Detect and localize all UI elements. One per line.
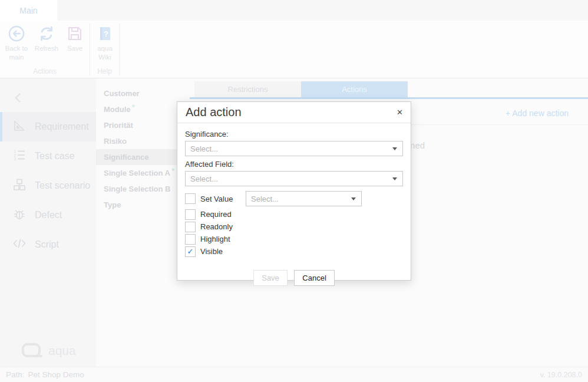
code-icon [12,236,27,253]
field-item-risiko[interactable]: Risiko [96,133,189,149]
sidebar-item-label: Defect [35,210,62,220]
sidebar-item-label: Requirement [35,121,89,132]
ribbon-group-help-label: Help [90,67,120,75]
wiki-book-icon: ? [91,25,119,42]
field-item-significance[interactable]: Significance [96,149,189,165]
field-label: Priorität [104,121,133,130]
bug-icon [12,206,27,224]
cancel-button[interactable]: Cancel [294,270,334,286]
refresh-label: Refresh [35,45,58,52]
visible-row: Visible [185,245,403,258]
required-star: * [132,103,135,112]
refresh-icon [32,25,61,42]
app-window: { "window": { "main_tab": "Main" }, "rib… [0,0,588,382]
field-label: Module [104,105,131,114]
refresh-button[interactable]: Refresh [32,25,61,53]
aqua-wiki-label: aqua Wiki [97,45,113,61]
dialog-buttons: Save Cancel [185,270,403,286]
path-label: Path: [6,370,25,379]
ribbon-tab-main[interactable]: Main [0,0,57,21]
field-label: Risiko [104,137,127,146]
affected-field-select-value: Select... [190,174,218,183]
set-value-select[interactable]: Select... [246,191,362,206]
back-to-main-button[interactable]: Back to main [2,25,31,62]
add-action-dialog: Add action ✕ Significance: Select... Aff… [177,101,411,281]
highlight-label[interactable]: Highlight [200,235,230,243]
tab-restrictions[interactable]: Restrictions [194,81,301,97]
close-icon[interactable]: ✕ [397,102,403,123]
field-item-single-selection-a[interactable]: Single Selection A* [96,165,189,181]
svg-text:?: ? [104,29,108,38]
field-label: Single Selection A [104,169,170,177]
significance-select[interactable]: Select... [185,141,403,156]
required-star: * [171,166,174,176]
dropdown-caret-icon [351,197,356,200]
set-value-checkbox[interactable] [185,193,196,204]
visible-label[interactable]: Visible [200,247,223,256]
titlebar: Main [0,0,588,21]
significance-select-value: Select... [190,144,218,153]
save-button[interactable]: Save [253,270,288,286]
highlight-row: Highlight [185,233,403,245]
sidebar-item-defect[interactable]: Defect [0,200,96,230]
numbered-list-icon: 123 [12,147,27,165]
visible-checkbox[interactable] [185,246,196,257]
required-checkbox[interactable] [185,209,196,220]
dialog-header: Add action ✕ [177,102,411,123]
back-to-main-label: Back to main [5,45,28,61]
affected-field-label: Affected Field: [185,160,403,169]
sidebar-item-label: Test scenario [35,180,90,191]
version-label: v. 19.0.208.0 [540,371,582,379]
blocks-icon [12,177,27,195]
dialog-title: Add action [186,102,242,123]
readonly-label[interactable]: Readonly [200,222,233,231]
tab-actions[interactable]: Actions [301,81,408,97]
set-value-select-value: Select... [251,195,279,203]
significance-label: Significance: [185,130,403,139]
dialog-body: Significance: Select... Affected Field: … [177,123,411,286]
required-label[interactable]: Required [200,210,232,219]
field-item-customer[interactable]: Customer [96,85,189,101]
readonly-checkbox[interactable] [185,222,196,232]
dropdown-caret-icon [392,177,397,180]
ribbon: Back to main Refresh Save ? aqua Wiki Ac… [0,21,588,78]
path-value: Pet Shop Demo [28,370,84,379]
status-bar: Path: Pet Shop Demo v. 19.0.208.0 [0,367,588,382]
field-item-module[interactable]: Module* [96,101,189,117]
required-row: Required [185,208,403,220]
svg-text:3: 3 [14,157,16,161]
field-label: Customer [104,89,140,98]
back-arrow-icon [2,25,31,42]
aqua-wiki-button[interactable]: ? aqua Wiki [91,25,119,62]
sidebar-nav: Requirement 123 Test case Test scenario … [0,112,96,259]
tab-underline [190,97,588,99]
field-item-prioritaet[interactable]: Priorität [96,117,189,133]
readonly-row: Readonly [185,220,403,233]
highlight-checkbox[interactable] [185,234,196,245]
field-label: Single Selection B [104,185,170,193]
floppy-disk-icon [61,25,88,42]
dropdown-caret-icon [392,147,397,150]
set-value-row: Set Value Select... [185,191,403,206]
field-item-single-selection-b[interactable]: Single Selection B [96,181,189,197]
ribbon-group-actions-label: Actions [0,67,90,75]
field-list: Customer Module* Priorität Risiko Signif… [96,78,189,367]
add-new-action-link[interactable]: + Add new action [506,102,569,124]
affected-field-select[interactable]: Select... [185,171,403,186]
save-button-ribbon[interactable]: Save [61,25,88,53]
sidebar-collapse-button[interactable] [12,91,25,104]
aqua-logo: aqua [21,343,76,359]
sidebar-item-script[interactable]: Script [0,230,96,259]
sidebar: Requirement 123 Test case Test scenario … [0,78,96,367]
field-item-type[interactable]: Type [96,197,189,213]
sidebar-item-test-case[interactable]: 123 Test case [0,141,96,171]
requirement-icon [12,118,27,136]
set-value-label[interactable]: Set Value [200,195,233,203]
sidebar-item-label: Test case [35,151,75,162]
sidebar-item-requirement[interactable]: Requirement [0,112,96,141]
field-label: Type [104,200,121,209]
sidebar-item-test-scenario[interactable]: Test scenario [0,171,96,200]
field-label: Significance [104,153,149,162]
sidebar-item-label: Script [35,239,59,250]
tab-strip: RestrictionsActions [194,81,408,97]
